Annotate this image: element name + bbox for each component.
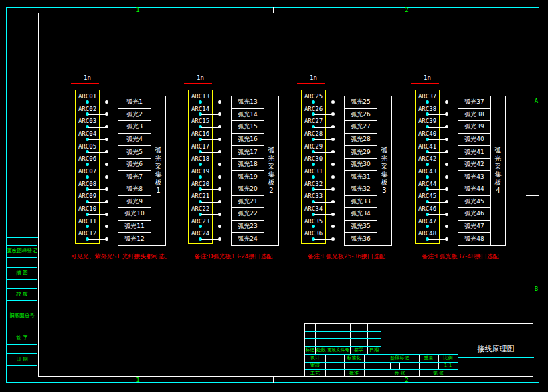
fiber-port-dot-icon [445, 163, 448, 166]
role-approve: 批准 [344, 369, 364, 377]
fiber-port-dot-icon [445, 237, 448, 241]
signal-row: 弧光24 [232, 233, 264, 245]
title-block-line [409, 362, 409, 369]
arc-channel-label: ARC21 [188, 193, 213, 199]
note-text: 备注:E弧光板25-36接口选配 [292, 253, 401, 260]
fiber-port-dot-icon [445, 225, 448, 228]
arc-channel-label: ARC20 [188, 181, 213, 187]
role-standardization: 标准化 [344, 354, 364, 362]
note-text: 备注:D弧光板13-24接口选配 [179, 253, 288, 260]
signal-row: 弧光16 [232, 134, 264, 146]
signal-row: 弧光47 [458, 221, 490, 233]
signal-row: 弧光36 [345, 233, 377, 245]
note-text: 可见光、紫外光ST 光纤接头都可选。 [66, 253, 175, 260]
fiber-port-dot-icon [218, 200, 221, 203]
signal-row: 弧光35 [345, 221, 377, 233]
note-text: 备注:F弧光板37-48接口选配 [405, 253, 515, 260]
arc-channel-label: ARC07 [75, 169, 100, 175]
signal-row: 弧光5 [118, 146, 151, 159]
arc-channel-label: ARC14 [188, 106, 213, 112]
arc-channel-label: ARC09 [75, 193, 100, 199]
fiber-port-dot-icon [445, 138, 448, 141]
signal-row: 弧光13 [232, 96, 264, 109]
arc-channel-label: ARC38 [415, 106, 440, 112]
arc-channel-label: ARC22 [188, 206, 213, 212]
zone-label: 2 [400, 7, 414, 13]
signal-row: 弧光1 [118, 96, 151, 109]
fiber-port-dot-icon [331, 200, 335, 203]
cad-drawing-canvas: 1 2 1 2 A B 更改图样登记 描 图 校 核 旧底图总号 签 字 日 期… [0, 0, 548, 392]
signal-row: 弧光39 [458, 121, 490, 134]
arc-board-group: 1nARC13ARC14ARC15ARC16ARC17ARC18ARC19ARC… [188, 70, 282, 271]
signal-rows: 弧光13弧光14弧光15弧光16弧光17弧光18弧光19弧光20弧光21弧光22… [232, 96, 264, 245]
drawing-title: 接线原理图 [458, 342, 534, 357]
title-block: 标记 处数 更改文件号 签字 日期 设计 标准化 审核 工艺 批准 阶段标记 重… [304, 323, 533, 377]
signal-row: 弧光41 [458, 146, 490, 159]
arc-channel-label: ARC42 [415, 156, 440, 162]
signal-row: 弧光32 [345, 183, 377, 196]
title-block-line [305, 331, 381, 332]
title-block-line [325, 354, 326, 377]
signal-row: 弧光9 [118, 196, 151, 209]
arc-board-group: 1nARC25ARC26ARC27ARC28ARC29ARC30ARC31ARC… [301, 70, 395, 271]
signal-row: 弧光8 [118, 183, 151, 196]
arc-channel-label: ARC24 [188, 231, 213, 237]
terminal-label: 1n [75, 74, 100, 81]
arc-channel-label: ARC29 [301, 144, 326, 150]
arc-channel-label: ARC03 [75, 118, 100, 124]
collector-board-table: 弧光1弧光2弧光3弧光4弧光5弧光6弧光7弧光8弧光9弧光10弧光11弧光12弧… [118, 96, 166, 246]
fiber-port-dot-icon [105, 187, 108, 191]
arc-board-group: 1nARC37ARC38ARC39ARC40ARC41ARC42ARC43ARC… [415, 70, 509, 271]
arc-channel-label: ARC04 [75, 131, 100, 137]
margin-label-tracing: 描 图 [7, 267, 37, 280]
signal-row: 弧光6 [118, 159, 151, 171]
arc-channel-label: ARC13 [188, 94, 213, 100]
margin-label-check: 校 核 [7, 288, 37, 301]
title-block-line [390, 362, 391, 369]
arc-channel-label: ARC35 [301, 219, 326, 225]
arc-channel-label: ARC45 [415, 193, 440, 199]
fiber-port-dot-icon [331, 225, 335, 228]
signal-row: 弧光15 [232, 121, 264, 134]
rev-header-mark: 标记 [305, 346, 315, 354]
signal-row: 弧光11 [118, 221, 151, 233]
arc-channel-label: ARC47 [415, 219, 440, 225]
arc-board-group: 1nARC01ARC02ARC03ARC04ARC05ARC06ARC07ARC… [75, 70, 169, 271]
arc-channel-label: ARC19 [188, 169, 213, 175]
fiber-port-dot-icon [105, 213, 108, 216]
signal-row: 弧光18 [232, 159, 264, 171]
signal-row: 弧光27 [345, 121, 377, 134]
signal-row: 弧光37 [458, 96, 490, 109]
arc-channel-label: ARC23 [188, 219, 213, 225]
signal-row: 弧光42 [458, 159, 490, 171]
fiber-port-dot-icon [218, 225, 221, 228]
terminal-underline [71, 83, 99, 84]
signal-row: 弧光23 [232, 221, 264, 233]
fiber-port-dot-icon [331, 112, 335, 116]
fiber-port-dot-icon [331, 213, 335, 216]
terminal-label: 1n [415, 74, 440, 81]
margin-label-revision-record: 更改图样登记 [7, 245, 37, 258]
fiber-port-dot-icon [331, 100, 335, 104]
arc-channel-label: ARC08 [75, 181, 100, 187]
role-process: 工艺 [305, 369, 325, 377]
fiber-port-dot-icon [445, 125, 448, 128]
arc-channel-label: ARC18 [188, 156, 213, 162]
arc-channel-label: ARC25 [301, 94, 326, 100]
margin-label-old-drawing-no: 旧底图总号 [7, 310, 37, 322]
arc-channel-label: ARC15 [188, 118, 213, 124]
weight-header: 重量 [419, 354, 438, 362]
rev-header-signature: 签字 [350, 346, 367, 354]
fiber-port-dot-icon [331, 125, 335, 128]
signal-row: 弧光17 [232, 146, 264, 159]
signal-row: 弧光48 [458, 233, 490, 245]
fiber-port-dot-icon [218, 175, 221, 179]
rev-header-doc-no: 更改文件号 [327, 346, 350, 354]
signal-row: 弧光2 [118, 109, 151, 122]
fiber-port-dot-icon [218, 100, 221, 104]
margin-strip-top-line [6, 237, 38, 238]
signal-row: 弧光30 [345, 159, 377, 171]
fiber-port-dot-icon [331, 175, 335, 179]
title-block-line [458, 340, 534, 340]
revision-zone-box [38, 13, 114, 29]
